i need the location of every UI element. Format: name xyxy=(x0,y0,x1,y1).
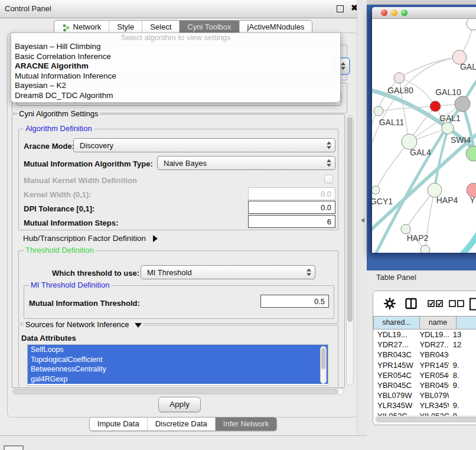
network-node[interactable] xyxy=(430,101,441,112)
tab-jactivemnodules[interactable]: jActiveMNodules xyxy=(239,21,312,34)
table-cell: YER054C xyxy=(373,370,415,380)
network-node-swi4[interactable] xyxy=(466,146,476,161)
mi-steps-label: Mutual Information Steps: xyxy=(24,219,118,227)
mi-threshold-field[interactable]: 0.5 xyxy=(260,295,329,308)
tab-select[interactable]: Select xyxy=(142,21,179,34)
mi-steps-field[interactable]: 6 xyxy=(248,215,335,228)
gear-icon[interactable] xyxy=(384,298,396,309)
dropdown-item[interactable]: Bayesian – Hill Climbing xyxy=(11,42,340,52)
table-cell: YBL079W xyxy=(415,390,448,400)
float-window-icon[interactable] xyxy=(337,5,344,12)
tab-label: Style xyxy=(117,21,134,34)
column-header-name[interactable]: name xyxy=(420,316,457,330)
table-cell: YLR345W xyxy=(415,400,448,410)
bottom-tab-discretize-data[interactable]: Discretize Data xyxy=(147,418,215,431)
new-table-icon[interactable] xyxy=(469,298,476,309)
tab-style[interactable]: Style xyxy=(109,21,142,34)
close-traffic-light-icon[interactable] xyxy=(381,9,387,16)
settings-hscroll-thumb[interactable] xyxy=(13,389,338,394)
table-hscroll-thumb[interactable] xyxy=(376,417,476,422)
attribute-item[interactable]: SelfLoops xyxy=(28,345,328,355)
which-threshold-combo[interactable]: MI Threshold xyxy=(141,265,315,279)
column-header-shared[interactable]: shared... xyxy=(373,316,420,330)
mi-type-value: Naive Bayes xyxy=(164,159,207,168)
aracne-mode-combo[interactable]: Discovery xyxy=(73,138,335,152)
dropdown-item[interactable]: ARACNE Algorithm xyxy=(11,61,340,71)
zoom-traffic-light-icon[interactable] xyxy=(401,9,407,16)
tab-network[interactable]: Network xyxy=(54,21,109,34)
attribute-item[interactable]: gal4RGexp xyxy=(28,374,328,384)
algorithm-definition-title: Algorithm Definition xyxy=(24,125,94,133)
network-node-gal80[interactable] xyxy=(394,73,405,83)
node-label: GAL xyxy=(460,62,476,71)
data-attributes-list[interactable]: SelfLoopsTopologicalCoefficientBetweenne… xyxy=(27,344,328,386)
network-node-gcy1[interactable] xyxy=(372,186,380,194)
list-vscrollbar[interactable] xyxy=(320,346,327,384)
table-cell: YER054C xyxy=(415,370,448,380)
network-node[interactable] xyxy=(420,245,430,253)
table-row[interactable]: YDR27...YDR27...12 xyxy=(373,340,476,350)
manual-kernel-label: Manual Kernel Width Definition xyxy=(24,176,137,185)
node-label: GAL10 xyxy=(435,87,461,97)
table-cell: 12 xyxy=(449,340,476,350)
mi-threshold-label: Mutual Information Threshold: xyxy=(29,299,140,308)
tab-cyni-toolbox[interactable]: Cyni Toolbox xyxy=(179,21,239,34)
spinner-icon xyxy=(341,63,346,70)
list-vscroll-thumb[interactable] xyxy=(321,348,325,369)
dropdown-prompt: Select algorithm to view settings xyxy=(11,33,340,42)
network-node-gal1[interactable] xyxy=(442,122,454,134)
settings-vscroll-thumb[interactable] xyxy=(347,117,353,322)
settings-vscrollbar[interactable] xyxy=(346,115,354,386)
manual-kernel-checkbox[interactable] xyxy=(324,175,333,184)
table-row[interactable]: YLR345WYLR345W9. xyxy=(373,400,476,410)
network-window-titlebar[interactable] xyxy=(372,7,476,19)
table-row[interactable]: YBL079WYBL079W xyxy=(373,390,476,400)
mi-type-combo[interactable]: Naive Bayes xyxy=(157,156,335,170)
table-hscrollbar[interactable] xyxy=(375,416,476,423)
collapse-down-icon[interactable] xyxy=(135,323,142,328)
network-view-window[interactable]: GALGAL80GAL10GAL1GAL11SWI4GAL4GCY1HAP4YH… xyxy=(372,7,476,253)
node-label: HAP4 xyxy=(436,195,458,205)
table-cell: YBR043C xyxy=(373,350,415,360)
panel-title: Control Panel xyxy=(5,0,51,18)
table-row[interactable]: YER054CYER054C8. xyxy=(373,370,476,380)
kernel-width-field[interactable]: 0.0 xyxy=(248,187,335,200)
select-all-checkboxes-icon[interactable] xyxy=(428,298,444,309)
node-label: GCY1 xyxy=(372,197,393,206)
network-canvas[interactable]: GALGAL80GAL10GAL1GAL11SWI4GAL4GCY1HAP4YH… xyxy=(372,19,476,253)
aracne-mode-label: Aracne Mode: xyxy=(24,142,74,151)
column-header-A[interactable]: A xyxy=(457,316,476,330)
control-panel: Control Panel ✖ NetworkStyleSelectCyni T… xyxy=(0,0,367,436)
attribute-item[interactable]: BetweennessCentrality xyxy=(28,364,328,374)
network-node-gal10[interactable] xyxy=(455,96,470,112)
bottom-tab-impute-data[interactable]: Impute Data xyxy=(90,418,147,431)
dropdown-item[interactable]: Mutual Information Inference xyxy=(11,71,340,81)
table-row[interactable]: YBR045CYBR045C9. xyxy=(373,380,476,390)
table-row[interactable]: YPR145WYPR145W9. xyxy=(373,360,476,370)
hub-definition-toggle[interactable]: Hub/Transcription Factor Definition xyxy=(23,234,158,243)
table-row[interactable]: YBR043CYBR043C xyxy=(373,350,476,360)
table-cell: YBR043C xyxy=(415,350,448,360)
dropdown-item[interactable]: Bayesian – K2 xyxy=(11,81,340,91)
network-node-gal11[interactable] xyxy=(374,106,383,116)
apply-button[interactable]: Apply xyxy=(158,397,201,412)
dropdown-item[interactable]: Basic Correlation Inference xyxy=(11,52,340,62)
table-cell: YPR145W xyxy=(373,360,415,370)
bottom-tab-label: Infer Network xyxy=(223,418,269,431)
attribute-item[interactable]: TopologicalCoefficient xyxy=(28,355,328,365)
grid-corner-icon[interactable] xyxy=(4,445,24,450)
deselect-all-checkboxes-icon[interactable] xyxy=(449,298,465,309)
cyni-settings-title: Cyni Algorithm Settings xyxy=(17,110,100,118)
kernel-width-label: Kernel Width (0,1): xyxy=(24,190,92,199)
splitter-collapse-icon[interactable] xyxy=(361,218,364,223)
minimize-traffic-light-icon[interactable] xyxy=(391,9,397,16)
dropdown-item[interactable]: Dream8 DC_TDC Algorithm xyxy=(11,91,340,101)
settings-hscrollbar[interactable] xyxy=(12,388,344,395)
spinner-icon xyxy=(307,269,312,276)
dpi-tolerance-field[interactable]: 0.0 xyxy=(248,201,335,214)
bottom-tab-infer-network[interactable]: Infer Network xyxy=(215,418,276,431)
table-row[interactable]: YDL19...YDL19...13 xyxy=(373,330,476,340)
column-layout-icon[interactable] xyxy=(405,298,417,309)
network-node[interactable] xyxy=(467,19,476,30)
network-node-hap2[interactable] xyxy=(401,224,410,234)
